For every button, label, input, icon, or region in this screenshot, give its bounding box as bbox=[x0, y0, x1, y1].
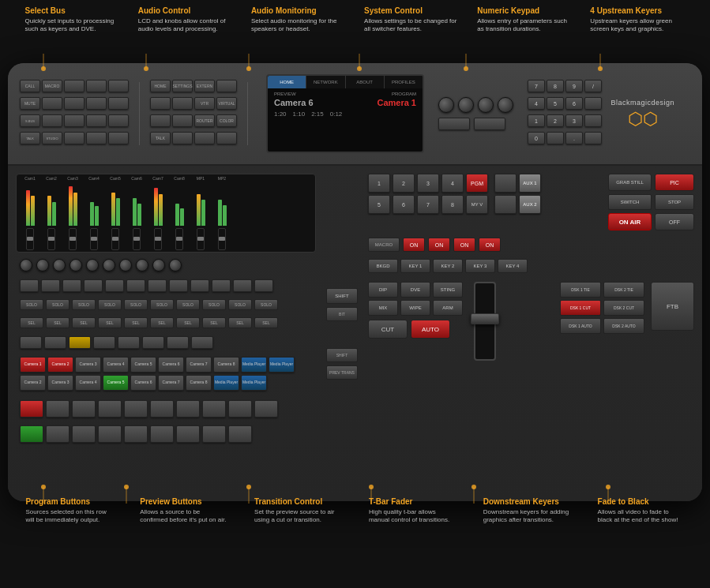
prev-src-cam2[interactable]: Camera 2 bbox=[20, 375, 46, 391]
prog-b8[interactable] bbox=[228, 400, 252, 418]
me-btn-8[interactable]: 8 bbox=[441, 195, 464, 214]
audio-b7[interactable] bbox=[148, 279, 167, 292]
prog-src-cam4[interactable]: Camera 4 bbox=[103, 357, 129, 373]
audio-b8[interactable] bbox=[169, 279, 188, 292]
lcd-knob-2[interactable] bbox=[458, 97, 474, 113]
misc-b5[interactable] bbox=[118, 336, 140, 349]
audio-b9[interactable] bbox=[190, 279, 209, 292]
num-2[interactable]: 2 bbox=[547, 114, 564, 127]
cut-btn[interactable]: CUT bbox=[368, 320, 408, 339]
switch-btn[interactable]: SWITCH bbox=[608, 194, 652, 210]
prog-b2[interactable] bbox=[72, 400, 96, 418]
solo-btn-7[interactable]: SOLO bbox=[176, 299, 200, 310]
mute-btn[interactable]: MUTE bbox=[20, 97, 40, 110]
lcd-knob-3[interactable] bbox=[478, 97, 494, 113]
solo-btn-4[interactable]: SOLO bbox=[98, 299, 122, 310]
prog-b5[interactable] bbox=[150, 400, 174, 418]
pic-btn[interactable]: PIC bbox=[655, 174, 694, 191]
misc-b8[interactable] bbox=[191, 336, 213, 349]
prog-b7[interactable] bbox=[202, 400, 226, 418]
prev-b2[interactable] bbox=[72, 425, 96, 443]
audio-knob-1[interactable] bbox=[20, 259, 32, 272]
solo-btn-3[interactable]: SOLO bbox=[72, 299, 96, 310]
prev-src-mp2[interactable]: Media Player bbox=[241, 375, 267, 391]
on-air-btn[interactable]: ON AIR bbox=[608, 213, 652, 230]
me-btn-3[interactable]: 3 bbox=[417, 174, 439, 193]
solo-btn-8[interactable]: SOLO bbox=[202, 299, 226, 310]
num-4[interactable]: 4 bbox=[528, 97, 545, 110]
home-btn[interactable]: HOME bbox=[150, 80, 171, 92]
prog-src-mp2[interactable]: Media Player bbox=[269, 357, 295, 373]
prev-b6[interactable] bbox=[176, 425, 200, 443]
btn-mid-6[interactable] bbox=[172, 132, 193, 144]
misc-b3-yellow[interactable] bbox=[69, 336, 91, 349]
num-div[interactable]: / bbox=[584, 80, 602, 92]
prev-src-cam7[interactable]: Camera 7 bbox=[158, 375, 184, 391]
audio-b10[interactable] bbox=[212, 279, 231, 292]
pgm-btn[interactable]: PGM bbox=[466, 174, 488, 193]
sel-btn-3[interactable]: SEL bbox=[72, 317, 96, 328]
prev-b5[interactable] bbox=[150, 425, 174, 443]
num-0b[interactable] bbox=[547, 132, 564, 144]
btn-mid-8[interactable] bbox=[216, 132, 237, 144]
sel-btn-4[interactable]: SEL bbox=[98, 317, 122, 328]
btn-top-6[interactable] bbox=[86, 97, 107, 110]
talk-btn[interactable]: TALK bbox=[20, 132, 40, 144]
sting-btn[interactable]: STING bbox=[433, 282, 463, 298]
ch-fader-2[interactable] bbox=[47, 228, 55, 250]
num-8[interactable]: 8 bbox=[547, 80, 564, 92]
sel-btn-8[interactable]: SEL bbox=[202, 317, 226, 328]
btn-top-11[interactable] bbox=[108, 114, 129, 127]
btn-mid-2[interactable] bbox=[150, 97, 171, 110]
prev-b1[interactable] bbox=[46, 425, 69, 443]
call-btn[interactable]: CALL bbox=[20, 80, 40, 92]
misc-b6[interactable] bbox=[142, 336, 164, 349]
macro-on-1[interactable]: ON bbox=[403, 238, 425, 252]
solo-btn-1[interactable]: SOLO bbox=[20, 299, 43, 310]
btn-mid-4[interactable] bbox=[150, 114, 171, 127]
ch-fader-3[interactable] bbox=[69, 228, 77, 250]
dve-btn[interactable]: DVE bbox=[400, 282, 430, 298]
btn-top-13[interactable] bbox=[86, 132, 107, 144]
prog-b9[interactable] bbox=[254, 400, 278, 418]
me-btn-1[interactable]: 1 bbox=[368, 174, 390, 193]
audio-b5[interactable] bbox=[105, 279, 124, 292]
ch-fader-7[interactable] bbox=[154, 228, 162, 250]
btn-mid-5[interactable] bbox=[172, 114, 193, 127]
audio-knob-10[interactable] bbox=[169, 259, 182, 272]
router-btn[interactable]: ROUTER bbox=[194, 114, 215, 127]
prog-b4[interactable] bbox=[124, 400, 148, 418]
btn-mid-7[interactable] bbox=[194, 132, 215, 144]
num-0a[interactable]: 0 bbox=[528, 132, 545, 144]
num-9[interactable]: 9 bbox=[565, 80, 583, 92]
me-btn-5[interactable]: 5 bbox=[368, 195, 390, 214]
btn-top-2[interactable] bbox=[86, 80, 107, 92]
btn-top-9[interactable] bbox=[64, 114, 85, 127]
macro-btn-top[interactable]: MACRO bbox=[42, 80, 62, 92]
wipe-btn[interactable]: WIPE bbox=[400, 300, 430, 316]
studio-btn[interactable]: STUDIO bbox=[42, 132, 62, 144]
key4-btn[interactable]: KEY 4 bbox=[498, 259, 528, 273]
audio-b3[interactable] bbox=[62, 279, 81, 292]
ch-fader-9[interactable] bbox=[197, 228, 205, 250]
arm-btn[interactable]: ARM bbox=[433, 300, 463, 316]
sel-btn-6[interactable]: SEL bbox=[150, 317, 174, 328]
tbar-grip[interactable] bbox=[471, 313, 499, 324]
macro-on-3[interactable]: ON bbox=[453, 238, 475, 252]
prog-b3[interactable] bbox=[98, 400, 122, 418]
prev-src-mp1[interactable]: Media Player bbox=[213, 375, 239, 391]
btn-top-1[interactable] bbox=[64, 80, 85, 92]
key1-btn[interactable]: KEY 1 bbox=[400, 259, 430, 273]
dsk2-auto-btn[interactable]: DSK 2 AUTO bbox=[603, 318, 644, 334]
virual-btn[interactable]: VIRTUAL bbox=[216, 97, 237, 110]
num-dot[interactable]: . bbox=[565, 132, 583, 144]
btn-top-3[interactable] bbox=[108, 80, 129, 92]
dip-btn[interactable]: DIP bbox=[368, 282, 398, 298]
auto-btn[interactable]: AUTO bbox=[411, 320, 450, 339]
sel-btn-10[interactable]: SEL bbox=[254, 317, 278, 328]
solo-btn-5[interactable]: SOLO bbox=[124, 299, 148, 310]
num-enter[interactable] bbox=[584, 132, 602, 144]
ch-fader-1[interactable] bbox=[26, 228, 34, 250]
prev-src-cam3[interactable]: Camera 3 bbox=[47, 375, 73, 391]
num-x[interactable] bbox=[584, 97, 602, 110]
